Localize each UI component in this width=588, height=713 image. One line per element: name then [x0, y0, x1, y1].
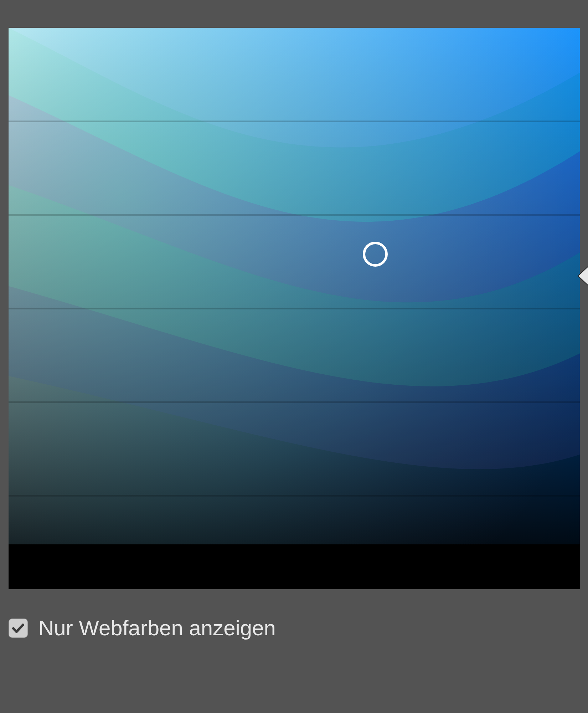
- color-picker-panel: Nur Webfarben anzeigen: [0, 0, 588, 713]
- checkmark-icon: [11, 621, 25, 635]
- only-web-colors-label: Nur Webfarben anzeigen: [38, 617, 276, 639]
- only-web-colors-checkbox[interactable]: [9, 619, 28, 638]
- sb-field-svg: [9, 28, 580, 589]
- saturation-brightness-field[interactable]: [9, 28, 580, 589]
- only-web-colors-row: Nur Webfarben anzeigen: [9, 617, 276, 639]
- saturation-brightness-field-wrap: [9, 28, 580, 589]
- svg-rect-8: [9, 544, 580, 589]
